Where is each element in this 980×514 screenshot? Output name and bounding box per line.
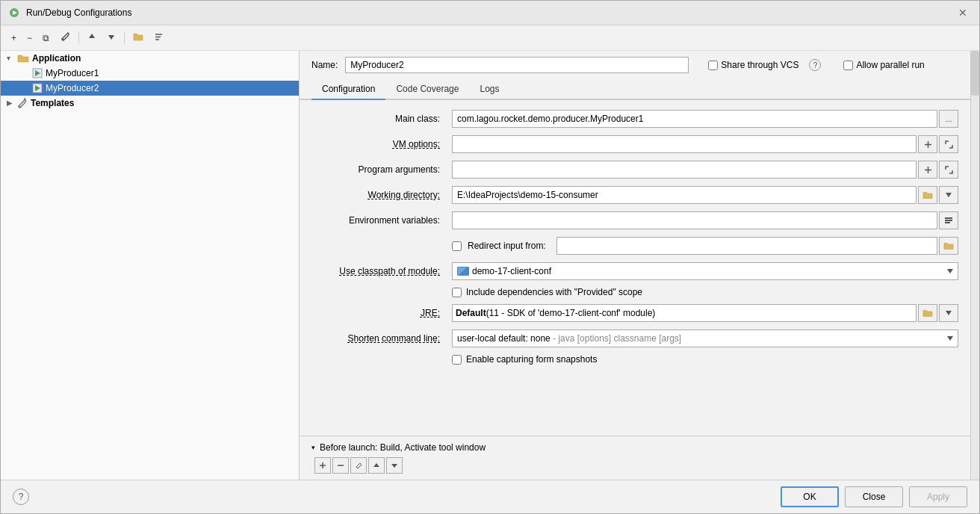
help-icon[interactable]: ?	[809, 59, 821, 71]
tab-logs[interactable]: Logs	[469, 79, 509, 100]
apply-button[interactable]: Apply	[909, 486, 967, 507]
include-deps-checkbox[interactable]	[452, 288, 462, 297]
folder-icon-jre	[922, 309, 933, 318]
jre-dropdown-btn[interactable]	[939, 304, 958, 322]
sort-button[interactable]	[149, 29, 168, 47]
move-down-button[interactable]	[102, 29, 120, 46]
classpath-select[interactable]: demo-17-client-conf	[452, 262, 958, 280]
before-launch-label: Before launch: Build, Activate tool wind…	[320, 442, 486, 453]
program-args-add-btn[interactable]	[918, 161, 937, 179]
jre-row: JRE: Default (11 - SDK of 'demo-17-clien…	[311, 303, 958, 323]
ok-button[interactable]: OK	[781, 486, 839, 507]
expand-arrow-templates: ▶	[7, 99, 14, 107]
before-launch-add-btn[interactable]	[314, 457, 331, 474]
close-dialog-button[interactable]: Close	[845, 486, 903, 507]
tree-item-myproducer1[interactable]: MyProducer1	[1, 66, 299, 81]
before-launch-arrow: ▾	[311, 444, 315, 451]
program-args-label: Program arguments:	[311, 164, 446, 175]
config-area: Main class: com.lagou.rocket.demo.produc…	[300, 100, 970, 436]
title-bar: Run/Debug Configurations ✕	[1, 1, 979, 25]
redirect-input-input-wrap	[556, 237, 958, 255]
shorten-cmd-select[interactable]: user-local default: none - java [options…	[452, 329, 958, 347]
allow-parallel-label: Allow parallel run	[856, 60, 924, 70]
before-launch-up-btn[interactable]	[368, 457, 385, 474]
run-config-icon-1	[32, 68, 43, 78]
tabs-row: Configuration Code Coverage Logs	[300, 79, 970, 100]
scrollbar	[970, 51, 979, 480]
working-dir-folder-btn[interactable]	[918, 186, 937, 204]
wrench-button[interactable]	[55, 28, 75, 47]
sort-icon	[154, 32, 164, 42]
main-class-input[interactable]: com.lagou.rocket.demo.producer.MyProduce…	[452, 110, 937, 128]
program-args-row: Program arguments:	[311, 160, 958, 179]
working-dir-dropdown-btn[interactable]	[939, 186, 958, 204]
tree-item-templates-label: Templates	[31, 98, 74, 108]
copy-config-button[interactable]: ⧉	[38, 30, 54, 46]
svg-rect-20	[945, 222, 950, 223]
close-button[interactable]: ✕	[954, 5, 972, 20]
down-arrow-icon	[107, 32, 116, 41]
name-input[interactable]: MyProducer2	[345, 57, 689, 73]
env-vars-edit-btn[interactable]	[939, 211, 958, 229]
vm-options-add-btn[interactable]	[918, 135, 937, 153]
working-dir-input[interactable]: E:\IdeaProjects\demo-15-consumer	[452, 186, 917, 204]
env-vars-label: Environment variables:	[311, 215, 446, 226]
folder-button[interactable]	[128, 29, 148, 46]
tree-item-application-label: Application	[32, 53, 81, 64]
svg-marker-21	[947, 269, 953, 273]
before-launch-down-btn[interactable]	[386, 457, 403, 474]
dropdown-arrow-cp	[947, 269, 953, 273]
tree-item-templates[interactable]: ▶ Templates	[1, 96, 299, 111]
up-arrow-icon	[87, 32, 96, 41]
allow-parallel-checkbox[interactable]	[843, 61, 853, 70]
svg-marker-28	[391, 464, 397, 468]
share-vcs-label: Share through VCS	[721, 60, 798, 70]
jre-folder-btn[interactable]	[918, 304, 937, 322]
env-vars-input[interactable]	[452, 211, 937, 229]
redirect-input-input[interactable]	[556, 237, 937, 255]
enable-capture-checkbox[interactable]	[452, 355, 462, 365]
classpath-select-wrap: demo-17-client-conf	[452, 262, 958, 280]
remove-config-button[interactable]: −	[22, 30, 37, 46]
include-deps-label: Include dependencies with "Provided" sco…	[466, 287, 642, 297]
svg-marker-27	[373, 463, 379, 467]
expand-icon-2	[945, 166, 953, 174]
tab-configuration[interactable]: Configuration	[311, 79, 385, 100]
shorten-cmd-rest: - java [options] classname [args]	[553, 333, 681, 344]
minus-icon-bl	[337, 462, 344, 469]
shorten-cmd-select-wrap: user-local default: none - java [options…	[452, 329, 958, 347]
redirect-input-label: Redirect input from:	[468, 241, 546, 251]
working-dir-input-wrap: E:\IdeaProjects\demo-15-consumer	[452, 186, 958, 204]
vm-options-input[interactable]	[452, 135, 917, 153]
svg-point-12	[19, 106, 21, 108]
move-up-button[interactable]	[83, 29, 101, 46]
tree-item-application[interactable]: ▾ Application	[1, 51, 299, 66]
env-vars-row: Environment variables:	[311, 211, 958, 230]
program-args-expand-btn[interactable]	[939, 161, 958, 179]
help-button[interactable]: ?	[13, 489, 29, 505]
share-vcs-wrap: Share through VCS	[708, 60, 798, 70]
vm-options-label: VM options:	[311, 139, 446, 149]
tab-code-coverage[interactable]: Code Coverage	[385, 79, 469, 100]
program-args-input[interactable]	[452, 161, 917, 179]
svg-marker-17	[946, 193, 952, 197]
dropdown-arrow-wd	[946, 193, 952, 197]
jre-select-wrap: Default (11 - SDK of 'demo-17-client-con…	[452, 304, 958, 322]
redirect-input-folder-btn[interactable]	[939, 237, 958, 255]
svg-marker-22	[946, 311, 952, 315]
before-launch-edit-btn[interactable]	[350, 457, 367, 474]
name-row: Name: MyProducer2 Share through VCS ? Al…	[300, 51, 970, 79]
before-launch-remove-btn[interactable]	[332, 457, 349, 474]
jre-select[interactable]: Default (11 - SDK of 'demo-17-client-con…	[452, 304, 917, 322]
main-class-browse-btn[interactable]: ...	[939, 110, 958, 128]
dropdown-arrow-jre	[946, 311, 952, 315]
pencil-icon-bl	[355, 462, 362, 469]
separator-2	[124, 32, 125, 44]
add-config-button[interactable]: +	[7, 30, 21, 46]
redirect-input-checkbox[interactable]	[452, 241, 462, 251]
before-launch-header: ▾ Before launch: Build, Activate tool wi…	[311, 442, 958, 453]
vm-options-expand-btn[interactable]	[939, 135, 958, 153]
tree-item-myproducer2[interactable]: MyProducer2	[1, 81, 299, 96]
svg-point-2	[62, 39, 64, 41]
share-vcs-checkbox[interactable]	[708, 61, 718, 70]
